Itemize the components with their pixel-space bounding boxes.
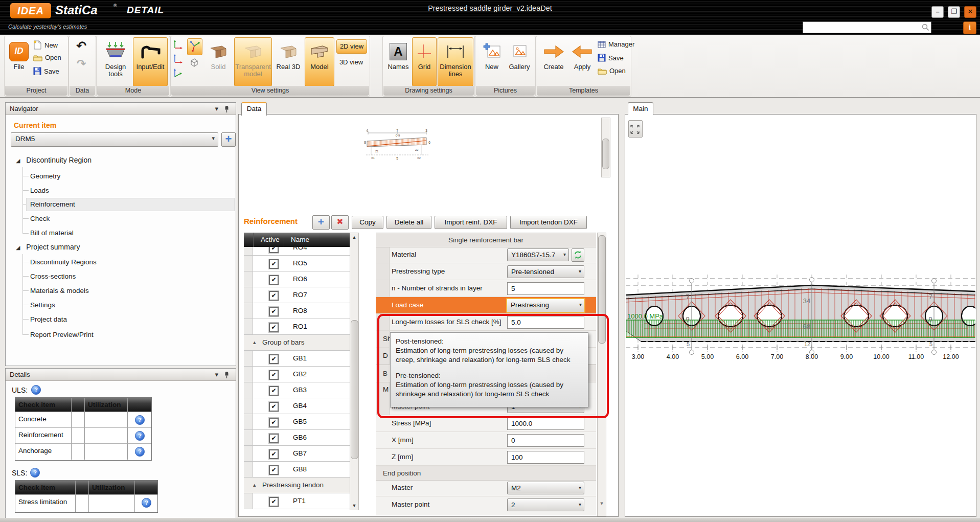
template-apply-button[interactable]: Apply — [568, 37, 596, 86]
grid-row-gb7[interactable]: ✔GB7 — [244, 446, 350, 462]
grid-row-ro6[interactable]: ✔RO6 — [244, 271, 350, 287]
tree-section-project-summary[interactable]: ◢ Project summary — [16, 243, 80, 251]
tree-item-discontinuity-regions[interactable]: Discontinuity Regions — [30, 258, 97, 266]
delete-all-button[interactable]: Delete all — [386, 216, 431, 229]
tree-item-bill-of-material[interactable]: Bill of material — [30, 229, 74, 237]
info-button[interactable]: i — [963, 21, 976, 34]
tree-item-report-preview-print[interactable]: Report Preview/Print — [30, 331, 94, 338]
scroll-down-icon[interactable]: ▼ — [350, 503, 358, 508]
tree-item-materials-models[interactable]: Materials & models — [30, 287, 89, 294]
import-tendon-dxf-button[interactable]: Import tendon DXF — [510, 216, 587, 229]
checkbox[interactable]: ✔ — [269, 247, 279, 253]
pin-icon[interactable] — [224, 105, 230, 113]
losses-input[interactable]: 5.0 — [507, 316, 584, 329]
save-button[interactable]: Save — [33, 67, 59, 75]
master-point-end-dropdown[interactable]: 2 ▾ — [507, 498, 584, 511]
help-icon[interactable]: ? — [135, 431, 145, 441]
details-collapse-caret[interactable]: ▾ — [215, 369, 218, 381]
perspective-cube-button[interactable] — [188, 57, 200, 69]
search-input[interactable] — [804, 22, 919, 32]
properties-scrollbar-thumb[interactable] — [598, 235, 606, 344]
file-button[interactable]: ID File — [7, 37, 31, 86]
search-box[interactable] — [803, 21, 931, 33]
maximize-button[interactable]: ❐ — [948, 6, 960, 18]
scroll-chevron-icon[interactable]: ▾ — [598, 500, 606, 507]
model-button[interactable]: Model — [305, 37, 334, 86]
grid-scrollbar-thumb[interactable] — [351, 320, 358, 459]
help-icon[interactable]: ? — [135, 415, 145, 425]
grid-scrollbar[interactable]: ▲ ▼ — [350, 233, 359, 510]
checkbox[interactable]: ✔ — [269, 275, 279, 285]
transparent-model-button[interactable]: Transparent model — [234, 37, 272, 86]
axis-yz-button[interactable] — [173, 67, 185, 80]
redo-button[interactable]: ↷ — [77, 58, 86, 70]
picture-new-button[interactable]: New — [478, 37, 506, 86]
view-2d-button[interactable]: 2D view — [336, 39, 367, 54]
grid-row-gb6[interactable]: ✔GB6 — [244, 430, 350, 446]
template-create-button[interactable]: Create — [539, 37, 568, 86]
zoom-fit-button[interactable] — [628, 120, 643, 138]
grid-group-tendon[interactable]: ▴ Prestressing tendon — [244, 478, 350, 493]
current-item-combo[interactable]: DRM5 ▾ — [11, 132, 218, 147]
undo-button[interactable]: ↶ — [76, 39, 86, 53]
stress-input[interactable]: 1000.0 — [507, 417, 584, 430]
input-edit-button[interactable]: Input/Edit — [133, 37, 168, 86]
delete-reinforcement-button[interactable]: ✖ — [331, 215, 349, 230]
master-dropdown[interactable]: M2 ▾ — [507, 482, 584, 494]
grid-row-gb8[interactable]: ✔GB8 — [244, 462, 350, 478]
add-region-button[interactable]: + — [221, 132, 236, 147]
grid-row-pt1[interactable]: ✔PT1 — [244, 493, 350, 509]
tree-item-loads[interactable]: Loads — [30, 187, 49, 194]
tab-data[interactable]: Data — [241, 102, 267, 116]
tree-item-check[interactable]: Check — [30, 215, 50, 222]
grid-row-gb4[interactable]: ✔GB4 — [244, 398, 350, 414]
pin-icon[interactable] — [224, 371, 230, 379]
add-reinforcement-button[interactable]: + — [312, 215, 330, 230]
properties-scrollbar[interactable]: ▾ — [597, 233, 606, 516]
template-save-button[interactable]: Save — [598, 54, 624, 62]
tree-item-project-data[interactable]: Project data — [30, 315, 67, 323]
checkbox[interactable]: ✔ — [269, 354, 279, 364]
grid-row-ro5[interactable]: ✔RO5 — [244, 256, 350, 271]
solid-button[interactable]: Solid — [203, 37, 233, 86]
real-3d-button[interactable]: Real 3D — [273, 37, 304, 86]
checkbox[interactable]: ✔ — [269, 449, 279, 459]
tree-item-settings[interactable]: Settings — [30, 301, 55, 309]
checkbox[interactable]: ✔ — [269, 418, 279, 427]
import-reinf-dxf-button[interactable]: Import reinf. DXF — [435, 216, 507, 229]
uls-help-icon[interactable]: ? — [31, 385, 41, 395]
axis-xz-button[interactable] — [173, 53, 185, 65]
sls-help-icon[interactable]: ? — [30, 468, 40, 478]
help-icon[interactable]: ? — [135, 447, 145, 457]
close-button[interactable]: ✕ — [964, 6, 976, 18]
material-dropdown[interactable]: Y1860S7-15.7 ▾ — [507, 248, 569, 261]
z-input[interactable]: 100 — [507, 451, 584, 464]
tab-main[interactable]: Main — [628, 102, 653, 115]
open-button[interactable]: Open — [33, 54, 61, 61]
tree-item-cross-sections[interactable]: Cross-sections — [30, 273, 76, 280]
grid-row-gb5[interactable]: ✔GB5 — [244, 414, 350, 430]
checkbox[interactable]: ✔ — [269, 291, 279, 301]
axonometry-button[interactable] — [187, 38, 202, 55]
checkbox[interactable]: ✔ — [269, 402, 279, 412]
prop-row-load-case[interactable]: Load case Prestressing ▾ — [376, 297, 596, 314]
grid-row-gb1[interactable]: ✔GB1 — [244, 351, 350, 367]
design-tools-button[interactable]: Design tools — [99, 37, 132, 86]
checkbox[interactable]: ✔ — [269, 323, 279, 332]
data-scrollbar[interactable] — [601, 118, 610, 177]
names-button[interactable]: A Names — [385, 37, 411, 86]
checkbox[interactable]: ✔ — [269, 434, 279, 443]
template-manager-button[interactable]: Manager — [598, 40, 634, 48]
checkbox[interactable]: ✔ — [269, 497, 279, 507]
load-case-dropdown[interactable]: Prestressing ▾ — [506, 298, 585, 313]
new-button[interactable]: New — [33, 40, 58, 50]
x-input[interactable]: 0 — [507, 434, 584, 447]
template-open-button[interactable]: Open — [598, 67, 626, 75]
tree-item-geometry[interactable]: Geometry — [30, 172, 60, 180]
grid-row-ro8[interactable]: ✔RO8 — [244, 303, 350, 319]
prestressing-type-dropdown[interactable]: Pre-tensioned ▾ — [507, 265, 584, 278]
strands-input[interactable]: 5 — [507, 282, 584, 295]
checkbox[interactable]: ✔ — [269, 259, 279, 269]
view-3d-button[interactable]: 3D view — [336, 56, 366, 69]
checkbox[interactable]: ✔ — [269, 465, 279, 475]
